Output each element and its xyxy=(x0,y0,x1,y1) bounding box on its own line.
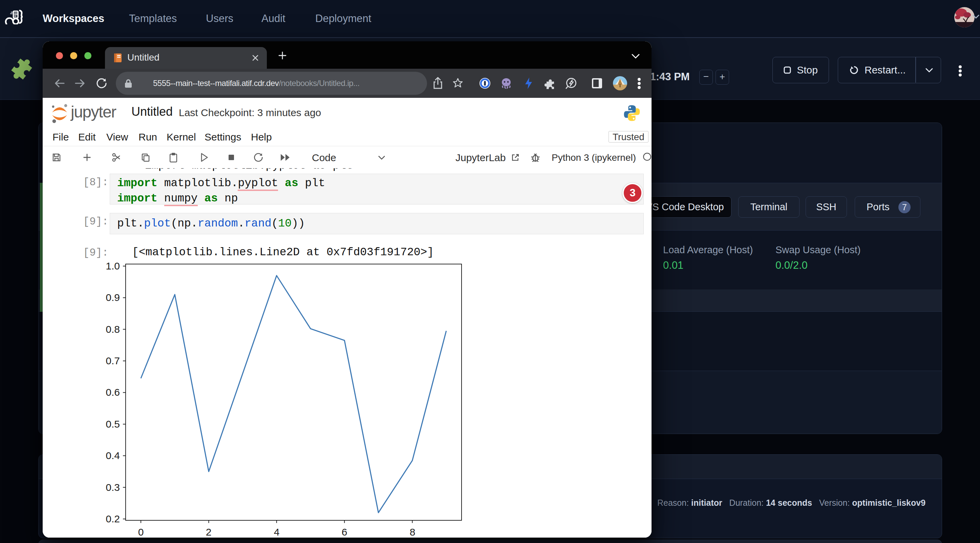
svg-text:0.7: 0.7 xyxy=(106,355,120,366)
svg-text:8: 8 xyxy=(410,526,415,538)
svg-text:0.5: 0.5 xyxy=(106,418,120,430)
svg-text:0.3: 0.3 xyxy=(106,482,120,493)
svg-text:4: 4 xyxy=(274,526,280,538)
svg-text:2: 2 xyxy=(206,526,212,538)
svg-text:6: 6 xyxy=(342,526,347,538)
svg-text:0.8: 0.8 xyxy=(106,324,120,335)
svg-text:0.6: 0.6 xyxy=(106,387,120,398)
svg-text:0.2: 0.2 xyxy=(106,513,120,524)
svg-text:0: 0 xyxy=(138,526,144,538)
svg-text:1.0: 1.0 xyxy=(106,261,120,272)
svg-text:0.9: 0.9 xyxy=(106,292,120,303)
svg-text:0.4: 0.4 xyxy=(106,450,120,461)
